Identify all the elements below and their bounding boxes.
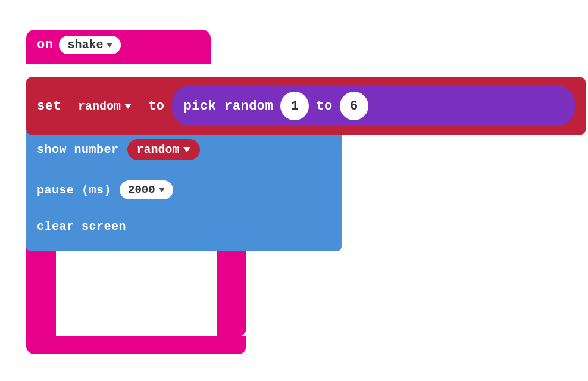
show-number-variable-dropdown[interactable]: random xyxy=(127,139,200,160)
on-label: on xyxy=(37,38,53,52)
chevron-down-icon xyxy=(124,104,132,109)
shake-dropdown[interactable]: shake xyxy=(59,36,121,54)
random-variable-dropdown[interactable]: random xyxy=(68,96,141,117)
from-value-circle[interactable]: 1 xyxy=(280,92,309,120)
shake-label: shake xyxy=(67,38,103,52)
to-value: 6 xyxy=(350,99,358,114)
to-label: to xyxy=(148,99,164,114)
from-value: 1 xyxy=(291,99,299,114)
on-shake-block[interactable]: on shake xyxy=(26,30,211,64)
to-label-2: to xyxy=(316,99,332,114)
clear-screen-block[interactable]: clear screen xyxy=(26,211,342,242)
pick-random-label: pick random xyxy=(184,99,274,114)
set-label: set xyxy=(37,99,61,114)
blocks-workspace: on shake set random to pick random 1 to … xyxy=(8,12,580,369)
show-number-label: show number xyxy=(37,143,119,157)
to-value-circle[interactable]: 6 xyxy=(340,92,368,120)
set-block: set random to pick random 1 to 6 xyxy=(26,77,586,135)
pick-random-block: pick random 1 to 6 xyxy=(172,86,575,126)
pause-label: pause (ms) xyxy=(37,183,111,197)
blue-blocks-area: show number random pause (ms) 2000 clear… xyxy=(26,131,342,251)
pause-value-dropdown[interactable]: 2000 xyxy=(120,180,173,199)
show-number-variable-label: random xyxy=(137,143,180,157)
pause-block[interactable]: pause (ms) 2000 xyxy=(26,172,342,208)
pause-value: 2000 xyxy=(128,183,155,196)
chevron-down-icon xyxy=(107,43,112,48)
random-variable-label: random xyxy=(78,99,121,113)
magenta-bottom-cap xyxy=(26,336,246,354)
show-number-block[interactable]: show number random xyxy=(26,131,342,168)
clear-screen-label: clear screen xyxy=(37,220,126,233)
chevron-down-icon xyxy=(183,147,190,152)
chevron-down-icon xyxy=(159,188,165,192)
